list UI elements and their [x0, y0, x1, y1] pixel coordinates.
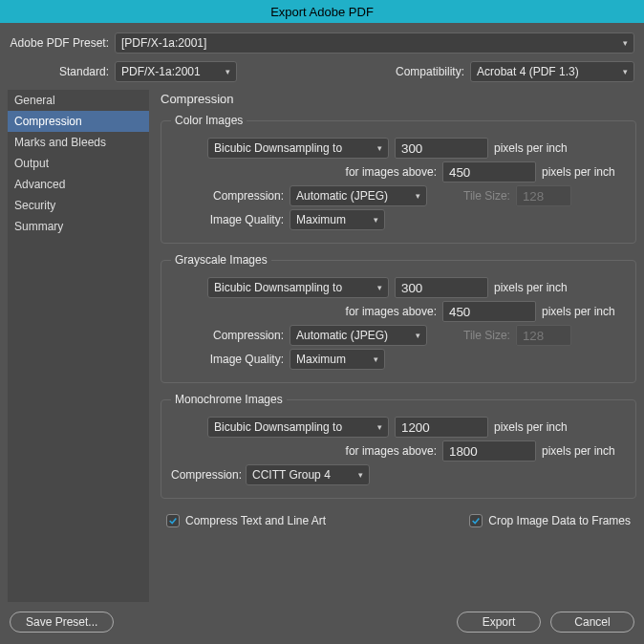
- checkboxes-row: Compress Text and Line Art Crop Image Da…: [161, 508, 636, 529]
- compat-label: Compatibility:: [396, 65, 470, 78]
- color-above-input[interactable]: [442, 161, 536, 182]
- standard-compat-row: Standard: PDF/X-1a:2001 ▾ Compatibility:…: [0, 57, 644, 90]
- chevron-down-icon: ▾: [377, 422, 382, 432]
- sidebar-item-label: Advanced: [14, 178, 65, 191]
- gray-method-value: Bicubic Downsampling to: [214, 281, 342, 294]
- crop-image-label: Crop Image Data to Frames: [488, 514, 631, 527]
- content-panel: Compression Color Images Bicubic Downsam…: [149, 90, 636, 602]
- for-images-above-label: for images above:: [171, 444, 442, 458]
- mono-target-input[interactable]: [395, 417, 488, 438]
- title-text: Export Adobe PDF: [270, 5, 374, 19]
- chevron-down-icon: ▾: [374, 354, 378, 364]
- ppi-label: pixels per inch: [494, 420, 568, 434]
- sidebar-item-summary[interactable]: Summary: [8, 216, 149, 237]
- standard-value: PDF/X-1a:2001: [121, 65, 201, 78]
- grayscale-images-group: Grayscale Images Bicubic Downsampling to…: [161, 253, 636, 383]
- compress-text-checkbox[interactable]: Compress Text and Line Art: [162, 512, 330, 529]
- mono-method-value: Bicubic Downsampling to: [214, 420, 342, 434]
- color-compression-dropdown[interactable]: Automatic (JPEG) ▾: [290, 185, 427, 206]
- sidebar-item-marks-bleeds[interactable]: Marks and Bleeds: [8, 132, 149, 153]
- chevron-down-icon: ▾: [623, 67, 628, 76]
- preset-value: [PDF/X-1a:2001]: [121, 36, 206, 50]
- button-label: Export: [483, 615, 516, 629]
- sidebar-item-advanced[interactable]: Advanced: [8, 174, 149, 195]
- ppi-label: pixels per inch: [542, 305, 615, 318]
- chevron-down-icon: ▾: [225, 67, 230, 76]
- compat-dropdown[interactable]: Acrobat 4 (PDF 1.3) ▾: [470, 61, 634, 82]
- compat-value: Acrobat 4 (PDF 1.3): [477, 65, 579, 78]
- color-images-group: Color Images Bicubic Downsampling to ▾ p…: [161, 114, 636, 244]
- standard-label: Standard:: [10, 65, 115, 78]
- preset-row: Adobe PDF Preset: [PDF/X-1a:2001] ▾: [0, 23, 644, 57]
- color-quality-dropdown[interactable]: Maximum ▾: [290, 209, 385, 230]
- sidebar-item-label: Compression: [14, 115, 82, 128]
- sidebar-item-output[interactable]: Output: [8, 153, 149, 174]
- color-compression-value: Automatic (JPEG): [296, 189, 388, 203]
- compression-label: Compression:: [171, 329, 290, 342]
- sidebar-item-label: Summary: [14, 220, 63, 233]
- color-target-input[interactable]: [395, 138, 488, 159]
- crop-image-checkbox[interactable]: Crop Image Data to Frames: [465, 512, 634, 529]
- chevron-down-icon: ▾: [374, 215, 378, 225]
- preset-label: Adobe PDF Preset:: [10, 36, 115, 50]
- ppi-label: pixels per inch: [542, 444, 615, 458]
- gray-legend: Grayscale Images: [171, 253, 271, 267]
- color-method-dropdown[interactable]: Bicubic Downsampling to ▾: [207, 138, 389, 159]
- image-quality-label: Image Quality:: [171, 353, 290, 366]
- ppi-label: pixels per inch: [494, 281, 568, 294]
- ppi-label: pixels per inch: [494, 141, 568, 155]
- sidebar-item-label: General: [14, 94, 55, 107]
- sidebar-item-label: Output: [14, 157, 49, 170]
- compression-label: Compression:: [171, 189, 290, 203]
- save-preset-button[interactable]: Save Preset...: [10, 612, 114, 633]
- mono-compression-value: CCITT Group 4: [252, 468, 331, 482]
- ppi-label: pixels per inch: [542, 165, 615, 179]
- sidebar: General Compression Marks and Bleeds Out…: [8, 90, 149, 602]
- gray-quality-value: Maximum: [296, 353, 346, 366]
- gray-tile-input: [516, 325, 571, 346]
- chevron-down-icon: ▾: [377, 143, 382, 153]
- sidebar-item-label: Marks and Bleeds: [14, 136, 106, 149]
- standard-dropdown[interactable]: PDF/X-1a:2001 ▾: [115, 61, 237, 82]
- mono-legend: Monochrome Images: [171, 393, 287, 406]
- tile-size-label: Tile Size:: [463, 189, 510, 203]
- preset-dropdown[interactable]: [PDF/X-1a:2001] ▾: [115, 32, 634, 54]
- sidebar-item-compression[interactable]: Compression: [8, 111, 149, 132]
- button-bar: Save Preset... Export Cancel: [0, 602, 644, 633]
- gray-compression-value: Automatic (JPEG): [296, 329, 388, 342]
- sidebar-item-security[interactable]: Security: [8, 195, 149, 216]
- monochrome-images-group: Monochrome Images Bicubic Downsampling t…: [161, 393, 636, 499]
- button-label: Cancel: [574, 615, 610, 629]
- sidebar-item-label: Security: [14, 199, 55, 212]
- image-quality-label: Image Quality:: [171, 213, 290, 226]
- gray-compression-dropdown[interactable]: Automatic (JPEG) ▾: [290, 325, 427, 346]
- dialog-title: Export Adobe PDF: [0, 0, 644, 23]
- color-tile-input: [516, 185, 571, 206]
- button-label: Save Preset...: [26, 615, 97, 629]
- mono-compression-dropdown[interactable]: CCITT Group 4 ▾: [246, 464, 370, 485]
- color-method-value: Bicubic Downsampling to: [214, 141, 342, 155]
- compress-text-label: Compress Text and Line Art: [185, 514, 326, 527]
- export-button[interactable]: Export: [457, 612, 541, 633]
- mono-method-dropdown[interactable]: Bicubic Downsampling to ▾: [207, 417, 389, 438]
- chevron-down-icon: ▾: [416, 331, 420, 340]
- mono-above-input[interactable]: [442, 440, 536, 462]
- chevron-down-icon: ▾: [623, 38, 628, 48]
- sidebar-item-general[interactable]: General: [8, 90, 149, 111]
- checkmark-icon: [469, 514, 483, 527]
- cancel-button[interactable]: Cancel: [550, 612, 634, 633]
- gray-quality-dropdown[interactable]: Maximum ▾: [290, 349, 385, 370]
- chevron-down-icon: ▾: [358, 470, 363, 480]
- gray-method-dropdown[interactable]: Bicubic Downsampling to ▾: [207, 277, 389, 298]
- gray-target-input[interactable]: [395, 277, 488, 298]
- chevron-down-icon: ▾: [416, 191, 420, 201]
- main-area: General Compression Marks and Bleeds Out…: [0, 90, 644, 602]
- color-legend: Color Images: [171, 114, 247, 127]
- gray-above-input[interactable]: [442, 301, 536, 322]
- compression-label: Compression:: [171, 468, 246, 482]
- panel-title: Compression: [161, 90, 636, 114]
- color-quality-value: Maximum: [296, 213, 346, 226]
- for-images-above-label: for images above:: [171, 305, 442, 318]
- checkmark-icon: [166, 514, 180, 527]
- for-images-above-label: for images above:: [171, 165, 442, 179]
